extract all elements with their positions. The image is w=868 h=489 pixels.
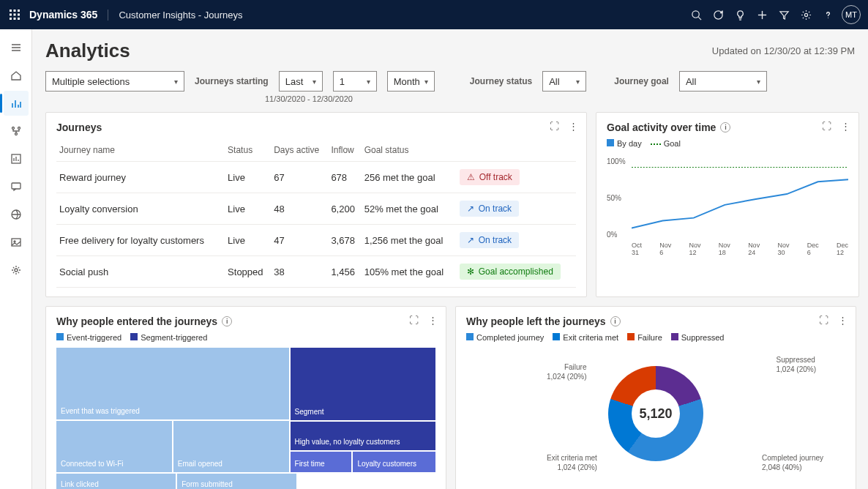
tm-event-triggered: Event that was triggered [56,348,289,419]
unit-dropdown[interactable]: Month▾ [387,71,435,92]
table-row[interactable]: Free delivery for loyalty customersLive4… [56,225,576,256]
expand-icon[interactable]: ⛶ [820,120,832,132]
info-icon[interactable]: i [222,316,232,326]
lightbulb-icon[interactable] [729,4,751,26]
expand-icon[interactable]: ⛶ [548,120,560,132]
legend-goal: Goal [664,139,681,148]
updated-label: Updated on 12/30/20 at 12:39 PM [712,45,855,56]
table-row[interactable]: Loyalty conversionLive486,20052% met the… [56,193,576,225]
last-dropdown[interactable]: Last▾ [279,71,323,92]
col-header: Inflow [328,139,361,162]
treemap-chart: Event that was triggered Connected to Wi… [56,348,435,472]
journey-selector-dropdown[interactable]: Multiple selections▾ [45,71,184,92]
left-title: Why people left the journeys [466,316,606,327]
col-header: Days active [271,139,328,162]
svg-line-10 [698,17,701,20]
legend-event: Event-triggered [67,333,121,342]
svg-rect-5 [18,14,20,16]
more-icon[interactable]: ⋮ [567,120,579,132]
label-completed: Completed journey 2,048 (40%) [762,453,823,472]
gear-icon[interactable] [795,4,817,26]
tm-link: Link clicked [56,474,176,489]
svg-rect-2 [18,10,20,12]
svg-rect-30 [12,183,20,189]
col-header: Status [225,139,271,162]
svg-point-24 [18,127,20,130]
legend-segment: Segment-triggered [141,333,207,342]
main-content: Analytics Updated on 12/30/20 at 12:39 P… [32,29,868,489]
settings-icon[interactable] [4,258,29,283]
more-icon[interactable]: ⋮ [427,314,438,326]
svg-rect-1 [14,10,16,12]
svg-rect-6 [10,18,12,20]
app-launcher-icon[interactable] [7,7,22,22]
col-header: Journey name [56,139,225,162]
table-row[interactable]: Social pushStopped381,456105% met the go… [56,256,576,288]
starting-label: Journeys starting [195,76,269,86]
image-icon[interactable] [4,230,29,255]
journeys-icon[interactable] [4,119,29,143]
brand-label: Dynamics 365 [29,9,97,20]
svg-rect-4 [14,14,16,16]
journeys-card-title: Journeys [56,122,576,133]
goal-line-chart: 100% 50% 0% [607,154,848,242]
globe-icon[interactable] [4,202,29,227]
donut-chart: Failure 1,024 (20%) Suppressed 1,024 (20… [466,348,845,479]
entered-card: ⛶⋮ Why people entered the journeys i Eve… [45,306,446,489]
analytics-icon[interactable] [4,91,29,116]
num-dropdown[interactable]: 1▾ [333,71,377,92]
tm-loyalty: Loyalty customers [353,452,435,472]
page-title: Analytics [45,40,130,62]
svg-rect-3 [10,14,12,16]
search-icon[interactable] [685,4,707,26]
message-icon[interactable] [4,174,29,199]
col-header [457,139,576,162]
svg-rect-8 [18,18,20,20]
legend-byday: By day [617,139,642,148]
status-pill: ↗ On track [460,232,519,248]
svg-rect-7 [14,18,16,20]
top-bar: Dynamics 365 Customer Insights - Journey… [0,0,868,29]
svg-rect-0 [10,10,12,12]
target-icon[interactable] [707,4,729,26]
tm-segment: Segment [291,348,435,420]
expand-icon[interactable]: ⛶ [818,314,829,326]
goal-card-title: Goal activity over time [607,122,716,133]
avatar[interactable]: MT [842,5,861,24]
status-dropdown[interactable]: All▾ [542,71,586,92]
help-icon[interactable] [817,4,839,26]
info-icon[interactable]: i [610,316,621,326]
goal-dropdown[interactable]: All▾ [679,71,767,92]
journeys-table: Journey nameStatusDays activeInflowGoal … [56,139,576,288]
svg-point-33 [14,241,15,242]
home-icon[interactable] [4,63,29,88]
plus-icon[interactable] [751,4,773,26]
more-icon[interactable]: ⋮ [837,314,848,326]
journey-selector-value: Multiple selections [52,76,130,87]
app-name-label: Customer Insights - Journeys [108,10,242,20]
filter-icon[interactable] [773,4,795,26]
status-pill: ⚠ Off track [460,169,520,185]
donut-total: 5,120 [639,406,672,422]
status-label: Journey status [470,76,532,86]
svg-point-25 [15,133,17,135]
label-suppressed: Suppressed 1,024 (20%) [777,355,816,374]
tm-firsttime: First time [291,452,352,472]
goal-activity-card: ⛶⋮ Goal activity over time i By day Goal… [596,112,859,297]
status-pill: ↗ On track [460,201,519,217]
report-icon[interactable] [4,146,29,171]
label-exit: Exit criteria met 1,024 (20%) [547,453,597,472]
left-nav [0,29,32,489]
svg-point-9 [692,10,698,17]
svg-point-34 [15,269,18,272]
table-row[interactable]: Reward journeyLive67678256 met the goal⚠… [56,162,576,193]
more-icon[interactable]: ⋮ [839,120,851,132]
label-failure: Failure 1,024 (20%) [547,362,586,381]
tm-form: Form submitted [177,474,296,489]
menu-icon[interactable] [4,35,29,60]
info-icon[interactable]: i [720,122,730,132]
chevron-down-icon: ▾ [174,78,178,86]
goal-label: Journey goal [614,76,669,86]
chevron-down-icon: ▾ [367,78,370,86]
expand-icon[interactable]: ⛶ [408,314,419,326]
